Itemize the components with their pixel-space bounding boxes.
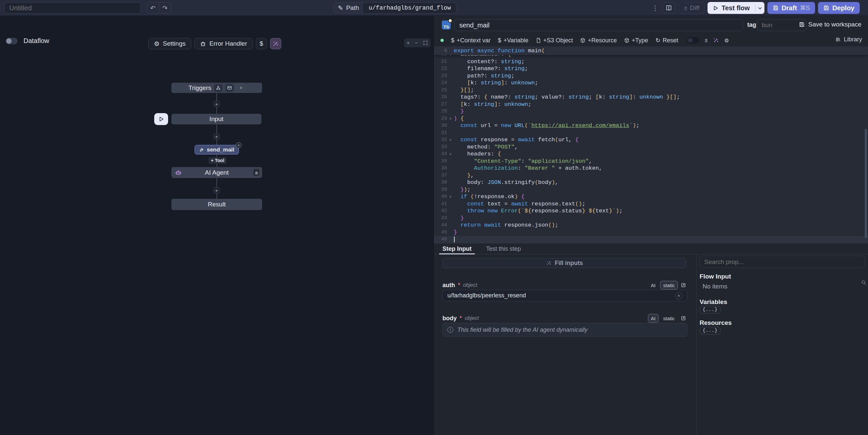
tab-step-input[interactable]: Step Input xyxy=(442,244,471,254)
insert-step-button-2[interactable]: + xyxy=(213,133,220,139)
remove-step-button[interactable]: × xyxy=(236,142,242,148)
add-type-button[interactable]: +Type xyxy=(624,37,648,44)
code-line[interactable]: 29∨) { xyxy=(434,115,868,122)
variables-object-chip[interactable]: {...} xyxy=(700,306,720,314)
typescript-language-icon[interactable]: TS xyxy=(442,21,451,29)
diff-icon[interactable]: ± xyxy=(705,37,708,43)
insert-step-button-1[interactable]: + xyxy=(213,101,220,107)
code-line[interactable]: 34∨ headers: { xyxy=(434,151,868,158)
code-line[interactable]: 36 Authorization: "Bearer " + auth.token… xyxy=(434,165,868,172)
undo-button[interactable]: ↶ xyxy=(147,3,159,13)
code-line[interactable]: 46 xyxy=(434,236,868,243)
code-line[interactable]: 45} xyxy=(434,229,868,236)
code-line[interactable]: 33 method: "POST", xyxy=(434,144,868,151)
code-lines[interactable]: 20∨ attachments?: {21 content?: string;2… xyxy=(434,51,868,243)
auth-value-input[interactable]: u/farhadglbs/peerless_resend × xyxy=(442,290,687,301)
code-line[interactable]: 31 xyxy=(434,129,868,136)
body-static-mode-button[interactable]: static xyxy=(660,314,678,322)
code-line[interactable]: 26 tags?: { name?: string; value?: strin… xyxy=(434,94,868,101)
code-line[interactable]: 37 }, xyxy=(434,172,868,179)
run-input-button[interactable] xyxy=(154,113,168,125)
test-flow-button[interactable]: Test flow xyxy=(708,2,764,14)
docs-button[interactable] xyxy=(662,2,676,13)
clear-auth-button[interactable]: × xyxy=(675,292,682,299)
add-tool-button[interactable]: + Tool xyxy=(209,157,227,164)
editor-assistant-toggle[interactable] xyxy=(687,37,700,44)
auth-connect-button[interactable] xyxy=(679,281,687,289)
library-button[interactable]: Library xyxy=(835,36,862,43)
variables-heading: Variables xyxy=(700,299,727,306)
add-s3-object-button[interactable]: +S3 Object xyxy=(536,37,573,44)
add-trigger-button[interactable]: + xyxy=(237,84,245,92)
code-line[interactable]: 39 }); xyxy=(434,186,868,193)
settings-button[interactable]: ⚙ Settings xyxy=(148,38,191,49)
more-menu-button[interactable]: ⋮ xyxy=(652,4,659,12)
code-line[interactable]: 22 filename?: string; xyxy=(434,65,868,72)
gear-icon[interactable]: ⚙ xyxy=(724,37,729,44)
deploy-button[interactable]: Deploy xyxy=(818,2,860,14)
code-line[interactable]: 44 return await response.json(); xyxy=(434,222,868,229)
body-ai-mode-button[interactable]: AI xyxy=(648,314,658,322)
code-scrollbar[interactable] xyxy=(865,129,867,238)
webhook-trigger-button[interactable] xyxy=(214,84,222,92)
code-line[interactable]: 41 const text = await response.text(); xyxy=(434,200,868,208)
send-mail-node[interactable]: send_mail xyxy=(194,145,239,154)
code-line[interactable]: 43 } xyxy=(434,215,868,222)
ai-agent-node[interactable]: AI Agent a xyxy=(172,167,262,178)
code-line[interactable]: 28 } xyxy=(434,108,868,115)
reset-code-button[interactable]: ↻ Reset xyxy=(655,37,678,44)
test-flow-dropdown[interactable] xyxy=(755,4,765,11)
body-connect-button[interactable] xyxy=(679,314,687,322)
resources-object-chip[interactable]: {...} xyxy=(700,327,720,335)
add-variable-button[interactable]: $ +Variable xyxy=(498,37,528,44)
triggers-node[interactable]: Triggers + xyxy=(172,83,262,93)
book-icon xyxy=(665,5,672,11)
insert-step-button-3[interactable]: + xyxy=(213,187,220,193)
code-line[interactable]: 27 [k: string]: unknown; xyxy=(434,101,868,108)
code-line[interactable]: 30 const url = new URL(`https://api.rese… xyxy=(434,122,868,129)
test-flow-main[interactable]: Test flow xyxy=(708,4,755,12)
search-icon[interactable] xyxy=(861,280,867,285)
fit-view-button[interactable] xyxy=(423,40,428,45)
code-editor[interactable]: 20∨ attachments?: {21 content?: string;2… xyxy=(434,46,868,243)
code-line[interactable]: 42 throw new Error(`${response.status} $… xyxy=(434,208,868,215)
auth-static-mode-button[interactable]: static xyxy=(660,281,678,289)
tab-test-this-step[interactable]: Test this step xyxy=(486,244,521,254)
error-handler-button[interactable]: Error Handler xyxy=(194,38,253,49)
flow-canvas[interactable]: Dataflow ⚙ Settings Error Handler $ + − … xyxy=(0,16,434,435)
code-line[interactable]: 32∨ const response = await fetch(url, { xyxy=(434,136,868,144)
result-node[interactable]: Result xyxy=(172,199,262,210)
diff-button[interactable]: ± Diff xyxy=(679,2,705,13)
save-to-workspace-button[interactable]: Save to workspace xyxy=(799,21,861,28)
add-resource-button[interactable]: +Resource xyxy=(580,37,617,44)
flow-title-input[interactable] xyxy=(4,2,141,13)
sticky-code-line[interactable]: 8export async function main( xyxy=(434,46,868,55)
dataflow-label: Dataflow xyxy=(24,37,49,45)
fill-inputs-button[interactable]: Fill inputs xyxy=(442,258,686,268)
input-node[interactable]: Input xyxy=(172,114,261,124)
code-line[interactable]: 35 "Content-Type": "application/json", xyxy=(434,158,868,165)
prop-search-input[interactable] xyxy=(700,256,865,268)
ai-wand-icon[interactable] xyxy=(713,37,719,43)
code-line[interactable]: 38 body: JSON.stringify(body), xyxy=(434,179,868,186)
redo-button[interactable]: ↷ xyxy=(159,3,171,13)
code-line[interactable]: 21 content?: string; xyxy=(434,58,868,65)
webhook-icon xyxy=(216,85,221,90)
zoom-in-button[interactable]: + xyxy=(407,40,410,46)
code-line[interactable]: 23 path?: string; xyxy=(434,72,868,80)
dollar-button[interactable]: $ xyxy=(256,38,267,49)
code-line[interactable]: 25 }[]; xyxy=(434,87,868,94)
path-chip[interactable]: ✎ Path u/farhadglbs/grand_flow xyxy=(333,2,456,13)
dataflow-toggle[interactable] xyxy=(6,38,18,44)
draft-button[interactable]: Draft ⌘S xyxy=(767,2,815,14)
package-icon xyxy=(580,38,585,43)
zoom-out-button[interactable]: − xyxy=(415,40,418,46)
step-name-input[interactable] xyxy=(454,19,743,31)
ai-wand-button[interactable] xyxy=(270,38,281,49)
code-line[interactable]: 40∨ if (!response.ok) { xyxy=(434,193,868,200)
add-context-var-button[interactable]: $ +Context var xyxy=(451,37,491,44)
auth-ai-mode-button[interactable]: AI xyxy=(648,281,658,289)
email-trigger-button[interactable] xyxy=(225,84,234,92)
code-line[interactable]: 24 [k: string]: unknown; xyxy=(434,80,868,87)
gear-icon: ⚙ xyxy=(154,40,159,48)
